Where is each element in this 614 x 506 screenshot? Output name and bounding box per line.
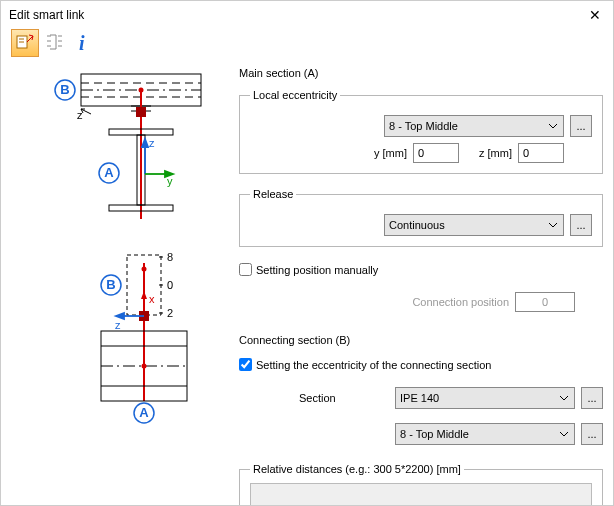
main-section-heading: Main section (A) — [239, 67, 603, 79]
window-title: Edit smart link — [9, 8, 84, 22]
svg-text:x: x — [149, 293, 155, 305]
svg-text:2: 2 — [167, 307, 173, 319]
svg-point-34 — [142, 267, 147, 272]
release-select[interactable]: Continuous — [384, 214, 564, 236]
info-icon[interactable]: i — [75, 32, 89, 55]
diagram-connecting-section: 8 0 2 x z B — [21, 251, 221, 433]
manual-position-label: Setting position manually — [256, 264, 378, 276]
conn-eccentricity-checkbox[interactable]: Setting the eccentricity of the connecti… — [239, 358, 603, 371]
svg-text:z: z — [77, 109, 83, 121]
relative-distances-legend: Relative distances (e.g.: 300 5*2200) [m… — [250, 463, 464, 475]
close-icon[interactable]: ✕ — [585, 7, 605, 23]
local-eccentricity-group: Local eccentricity 8 - Top Middle ... y … — [239, 89, 603, 174]
z-input[interactable] — [518, 143, 564, 163]
connecting-section-heading: Connecting section (B) — [239, 334, 603, 346]
svg-text:y: y — [167, 175, 173, 187]
conn-position-more-button[interactable]: ... — [581, 423, 603, 445]
svg-text:z: z — [115, 319, 121, 331]
svg-text:8: 8 — [167, 251, 173, 263]
eccentricity-more-button[interactable]: ... — [570, 115, 592, 137]
diagram-main-section: B z z y — [21, 69, 221, 231]
svg-point-48 — [142, 364, 147, 369]
release-group: Release Continuous ... — [239, 188, 603, 247]
relative-distances-input[interactable] — [250, 483, 592, 506]
svg-rect-13 — [136, 107, 146, 117]
svg-text:A: A — [104, 165, 114, 180]
y-label: y [mm] — [374, 147, 407, 159]
svg-text:B: B — [60, 82, 69, 97]
toolbar: i — [1, 25, 613, 63]
conn-eccentricity-label: Setting the eccentricity of the connecti… — [256, 359, 491, 371]
release-legend: Release — [250, 188, 296, 200]
release-more-button[interactable]: ... — [570, 214, 592, 236]
section-select[interactable]: IPE 140 — [395, 387, 575, 409]
eccentricity-select[interactable]: 8 - Top Middle — [384, 115, 564, 137]
svg-marker-19 — [142, 139, 148, 147]
place-smartlink-button[interactable] — [11, 29, 39, 57]
z-label: z [mm] — [479, 147, 512, 159]
relative-distances-group: Relative distances (e.g.: 300 5*2200) [m… — [239, 463, 603, 506]
svg-text:A: A — [139, 405, 149, 420]
connection-position-label: Connection position — [412, 296, 509, 308]
y-input[interactable] — [413, 143, 459, 163]
section-more-button[interactable]: ... — [581, 387, 603, 409]
svg-text:B: B — [106, 277, 115, 292]
svg-text:0: 0 — [167, 279, 173, 291]
svg-text:z: z — [149, 137, 155, 149]
conn-position-select[interactable]: 8 - Top Middle — [395, 423, 575, 445]
local-eccentricity-legend: Local eccentricity — [250, 89, 340, 101]
manual-position-checkbox[interactable]: Setting position manually — [239, 263, 603, 276]
haunch-icon[interactable] — [45, 31, 69, 55]
connection-position-input — [515, 292, 575, 312]
section-label: Section — [299, 392, 336, 404]
svg-marker-37 — [141, 291, 147, 299]
